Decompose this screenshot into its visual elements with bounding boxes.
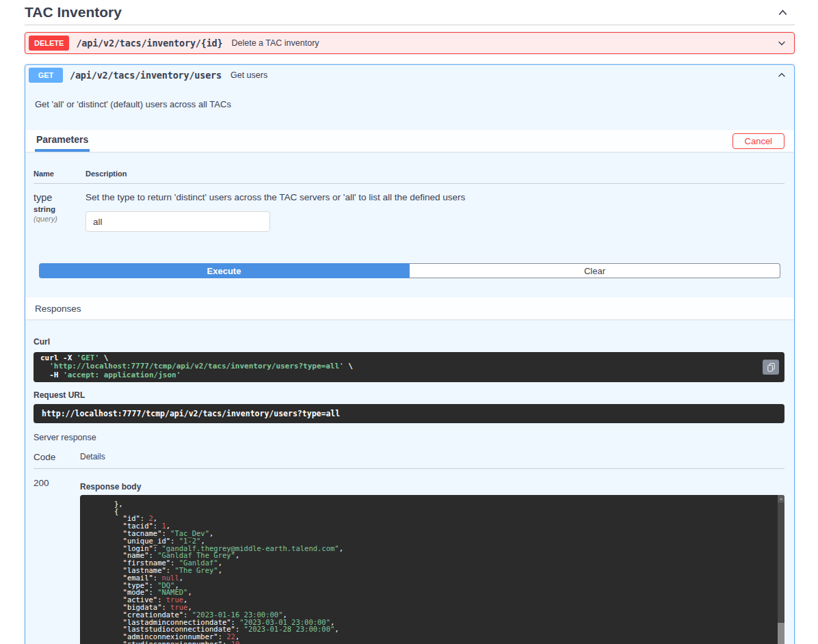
tag-header[interactable]: TAC Inventory <box>25 0 795 25</box>
opblock-get: GET /api/v2/tacs/inventory/users Get use… <box>25 64 795 644</box>
status-code: 200 <box>34 478 80 644</box>
curl-command: curl -X 'GET' \ 'http://localhost:7777/t… <box>40 354 754 379</box>
chevron-up-icon[interactable] <box>776 70 787 81</box>
column-header-description: Description <box>85 170 784 178</box>
curl-label: Curl <box>34 337 784 347</box>
column-header-code: Code <box>34 452 80 462</box>
parameters-table-header: Name Description <box>34 152 784 184</box>
parameter-location: (query) <box>34 215 85 223</box>
response-body-label: Response body <box>80 482 784 492</box>
parameter-row: type string (query) Set the type to retu… <box>34 184 784 263</box>
delete-endpoint-path: /api/v2/tacs/inventory/{id} <box>76 38 222 49</box>
tab-parameters[interactable]: Parameters <box>35 130 90 152</box>
parameters-table: Name Description type string (query) Set… <box>34 152 784 263</box>
server-response-table: Code Details 200 Response body }, { "id"… <box>34 448 784 644</box>
method-badge-get: GET <box>29 68 63 83</box>
copy-icon <box>766 362 776 372</box>
copy-button[interactable] <box>763 360 779 375</box>
delete-endpoint-description: Delete a TAC inventory <box>231 38 776 48</box>
response-body-block: }, { "id": 2, "tacid": 1, "tacname": "Ta… <box>80 495 784 644</box>
chevron-up-icon <box>776 6 789 19</box>
responses-title: Responses <box>35 304 81 314</box>
response-body-json: }, { "id": 2, "tacid": 1, "tacname": "Ta… <box>88 500 768 644</box>
delete-endpoint-summary[interactable]: DELETE /api/v2/tacs/inventory/{id} Delet… <box>25 33 794 53</box>
response-details-cell: Response body }, { "id": 2, "tacid": 1, … <box>80 478 784 644</box>
chevron-down-icon[interactable] <box>776 38 787 49</box>
page-title: TAC Inventory <box>25 4 122 21</box>
response-body-scrollbar[interactable]: ▲ <box>778 495 784 644</box>
responses-body: Curl curl -X 'GET' \ 'http://localhost:7… <box>25 337 794 644</box>
parameter-value-input[interactable] <box>85 211 270 232</box>
request-url-label: Request URL <box>34 390 784 400</box>
operation-description: Get 'all' or 'distinct' (default) users … <box>25 85 794 130</box>
tag-section: TAC Inventory DELETE /api/v2/tacs/invent… <box>0 0 818 644</box>
parameter-description: Set the type to return 'distinct' users … <box>85 192 784 202</box>
parameter-description-cell: Set the type to return 'distinct' users … <box>85 192 784 232</box>
parameter-type: string <box>34 205 85 213</box>
get-endpoint-summary[interactable]: GET /api/v2/tacs/inventory/users Get use… <box>25 65 794 85</box>
get-endpoint-path: /api/v2/tacs/inventory/users <box>70 70 222 81</box>
request-url-block: http://localhost:7777/tcmp/api/v2/tacs/i… <box>34 404 784 423</box>
scrollbar-thumb[interactable] <box>778 623 784 644</box>
column-header-details: Details <box>80 452 784 462</box>
responses-header: Responses <box>25 297 794 319</box>
parameter-name: type <box>34 192 85 203</box>
server-response-table-header: Code Details <box>34 448 784 469</box>
execute-row: Execute Clear <box>25 263 794 297</box>
collapse-section-button[interactable] <box>775 5 791 21</box>
parameters-header: Parameters Cancel <box>25 130 794 152</box>
method-badge-delete: DELETE <box>29 36 69 51</box>
cancel-button[interactable]: Cancel <box>733 133 784 149</box>
opblock-body: Get 'all' or 'distinct' (default) users … <box>25 85 794 644</box>
opblock-delete: DELETE /api/v2/tacs/inventory/{id} Delet… <box>25 32 795 54</box>
get-endpoint-description: Get users <box>230 70 776 80</box>
server-response-label: Server response <box>34 433 784 442</box>
parameters-title: Parameters <box>36 134 88 145</box>
execute-button[interactable]: Execute <box>39 263 409 278</box>
column-header-name: Name <box>34 170 85 178</box>
server-response-row: 200 Response body }, { "id": 2, "tacid":… <box>34 469 784 644</box>
parameter-name-cell: type string (query) <box>34 192 85 232</box>
clear-button[interactable]: Clear <box>409 263 780 278</box>
scroll-up-arrow-icon[interactable]: ▲ <box>778 495 784 502</box>
curl-command-block: curl -X 'GET' \ 'http://localhost:7777/t… <box>34 352 784 382</box>
request-url-value: http://localhost:7777/tcmp/api/v2/tacs/i… <box>42 409 340 418</box>
